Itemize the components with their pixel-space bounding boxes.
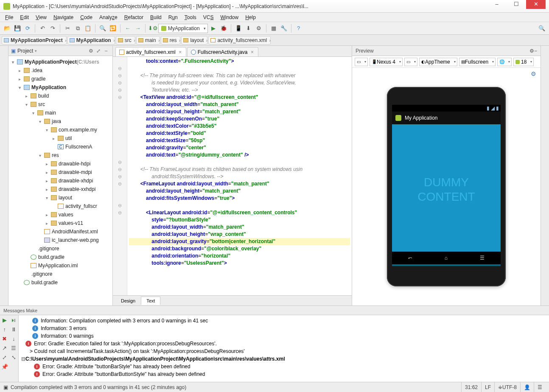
forward-icon[interactable]: → xyxy=(133,24,143,33)
tree-node[interactable]: ic_launcher-web.png xyxy=(8,236,112,244)
menu-file[interactable]: File xyxy=(2,14,17,21)
caret-position[interactable]: 31:62 xyxy=(461,382,481,392)
tree-node[interactable]: ▾src xyxy=(8,100,112,109)
collapse-icon[interactable]: ⤡ xyxy=(9,353,19,362)
tree-node[interactable]: ▸values xyxy=(8,210,112,219)
crumb-res[interactable]: res xyxy=(161,36,181,45)
ddms-icon[interactable]: ⚙ xyxy=(254,24,263,33)
device-combo[interactable]: 📱 Nexus 4 xyxy=(370,58,403,66)
variant-combo[interactable]: ▤ Fullscreen xyxy=(459,58,496,66)
editor-gutter[interactable]: ⊖⊖⊖⊖⊖⊖⊖⊖⊖⊖⊖ xyxy=(113,57,127,295)
tab-activity-fullscreen[interactable]: activity_fullscreen.xml× xyxy=(115,47,186,56)
structure-icon[interactable]: ▦ xyxy=(269,24,278,33)
right-gutter[interactable] xyxy=(541,46,549,305)
tree-node[interactable]: ▾com.example.my xyxy=(8,126,112,134)
message-line[interactable]: ⊟ C:\Users\myumla\AndroidStudioProjects\… xyxy=(20,355,548,363)
message-line[interactable]: > Could not call IncrementalTask.taskAct… xyxy=(20,347,548,355)
rerun-icon[interactable]: ▶ xyxy=(0,315,9,325)
settings-icon[interactable]: 🔧 xyxy=(279,24,289,33)
tree-node[interactable]: ▸drawable-xhdpi xyxy=(8,176,112,185)
tree-node[interactable]: ▸drawable-hdpi xyxy=(8,160,112,168)
message-line[interactable]: iInformation: Compilation completed with… xyxy=(20,317,548,325)
down-icon[interactable]: ↓ xyxy=(9,334,19,343)
design-tab[interactable]: Design xyxy=(115,297,141,305)
orientation-combo[interactable]: ▭ xyxy=(355,58,368,66)
crumb-file[interactable]: activity_fullscreen.xml xyxy=(208,36,271,45)
tree-node[interactable]: ▾res xyxy=(8,151,112,160)
tree-node[interactable]: CFullscreenA xyxy=(8,143,112,151)
tree-node[interactable]: build.gradle xyxy=(8,278,112,287)
tree-node[interactable]: ▸.idea xyxy=(8,66,112,75)
message-line[interactable]: !Error: Gradle: Attribute "buttonBarButt… xyxy=(20,370,548,378)
memory-icon[interactable]: ☰ xyxy=(534,382,546,392)
pause-icon[interactable]: ⏸ xyxy=(9,325,19,334)
debug-icon[interactable]: 🐞 xyxy=(219,24,228,33)
encoding[interactable]: ≑ UTF-8 xyxy=(494,382,520,392)
avd-icon[interactable]: 📱 xyxy=(234,24,243,33)
paste-icon[interactable]: 📋 xyxy=(83,24,92,33)
pin-icon[interactable]: 📌 xyxy=(0,362,9,371)
text-tab[interactable]: Text xyxy=(141,297,160,305)
preview-settings-icon[interactable]: ⚙ xyxy=(529,48,534,54)
menu-navigate[interactable]: Navigate xyxy=(50,14,77,21)
tree-node[interactable]: build.gradle xyxy=(8,253,112,261)
stop-icon[interactable]: ✖ xyxy=(0,334,9,343)
tree-node[interactable]: MyApplication.iml xyxy=(8,261,112,270)
message-line[interactable]: !Error: Gradle: Execution failed for tas… xyxy=(20,340,548,347)
save-icon[interactable]: 💾 xyxy=(13,24,22,33)
messages-tree[interactable]: iInformation: Compilation completed with… xyxy=(19,315,549,382)
menu-run[interactable]: Run xyxy=(165,14,181,21)
expand-icon[interactable]: ⤢ xyxy=(0,353,9,362)
menu-window[interactable]: Window xyxy=(217,14,242,21)
close-tab-icon[interactable]: × xyxy=(250,49,255,55)
menu-analyze[interactable]: Analyze xyxy=(96,14,121,21)
tree-node[interactable]: ▾java xyxy=(8,117,112,126)
resume-icon[interactable]: ⏯ xyxy=(9,315,19,325)
menu-code[interactable]: Code xyxy=(77,14,96,21)
tree-node[interactable]: activity_fullscr xyxy=(8,202,112,210)
editor-source[interactable]: tools:context=".FullscreenActivity"> <!-… xyxy=(127,57,352,295)
search-everywhere-icon[interactable]: 🔍 xyxy=(537,24,546,33)
menu-build[interactable]: Build xyxy=(147,14,165,21)
up-icon[interactable]: ↑ xyxy=(0,325,9,334)
cut-icon[interactable]: ✂ xyxy=(63,24,72,33)
find-icon[interactable]: 🔍 xyxy=(98,24,107,33)
tab-fullscreen-activity[interactable]: FullscreenActivity.java× xyxy=(187,47,258,56)
tree-node[interactable]: ▾main xyxy=(8,109,112,117)
redo-icon[interactable]: ↷ xyxy=(48,24,57,33)
crumb-module[interactable]: MyApplication xyxy=(67,36,115,45)
menu-vcs[interactable]: VCS xyxy=(200,14,217,21)
message-line[interactable]: iInformation: 0 warnings xyxy=(20,332,548,340)
run-config-combo[interactable]: MyApplication xyxy=(158,24,208,33)
crumb-project[interactable]: MyApplicationProject xyxy=(2,36,67,45)
tree-node[interactable]: .gitignore xyxy=(8,244,112,253)
tree-node[interactable]: ▸drawable-mdpi xyxy=(8,168,112,176)
inspector-icon[interactable]: 👤 xyxy=(520,382,534,392)
menu-edit[interactable]: Edit xyxy=(17,14,32,21)
tree-node[interactable]: AndroidManifest.xml xyxy=(8,227,112,236)
line-separator[interactable]: LF xyxy=(481,382,494,392)
menu-view[interactable]: View xyxy=(32,14,50,21)
replace-icon[interactable]: 🔁 xyxy=(108,24,118,33)
window-maximize-button[interactable]: ☐ xyxy=(507,0,526,9)
tree-node[interactable]: ▾MyApplicationProject (C:\Users xyxy=(8,58,112,66)
api-combo[interactable]: 18 xyxy=(513,58,534,66)
help-icon[interactable]: ? xyxy=(294,24,303,33)
sync-icon[interactable]: ⟳ xyxy=(23,24,32,33)
theme-combo[interactable]: ◐ AppTheme xyxy=(419,58,457,66)
close-tab-icon[interactable]: × xyxy=(178,49,182,55)
tree-node[interactable]: ▾layout xyxy=(8,193,112,202)
menu-help[interactable]: Help xyxy=(242,14,259,21)
run-icon[interactable]: ▶ xyxy=(209,24,218,33)
make-icon[interactable]: ⬇⚙ xyxy=(148,24,157,33)
tree-node[interactable]: ▸util xyxy=(8,134,112,143)
panel-collapse-icon[interactable]: ⤢ xyxy=(95,47,102,55)
menu-tools[interactable]: Tools xyxy=(181,14,200,21)
tree-node[interactable]: ▾MyApplication xyxy=(8,83,112,92)
tree-node[interactable]: ▸drawable-xxhdpi xyxy=(8,185,112,193)
left-gutter[interactable] xyxy=(0,46,8,305)
panel-hide-icon[interactable]: − xyxy=(102,47,110,55)
locale-combo[interactable]: 🌐 xyxy=(497,58,512,66)
tree-node[interactable]: ▸build xyxy=(8,92,112,100)
sdk-icon[interactable]: ⬇ xyxy=(244,24,253,33)
